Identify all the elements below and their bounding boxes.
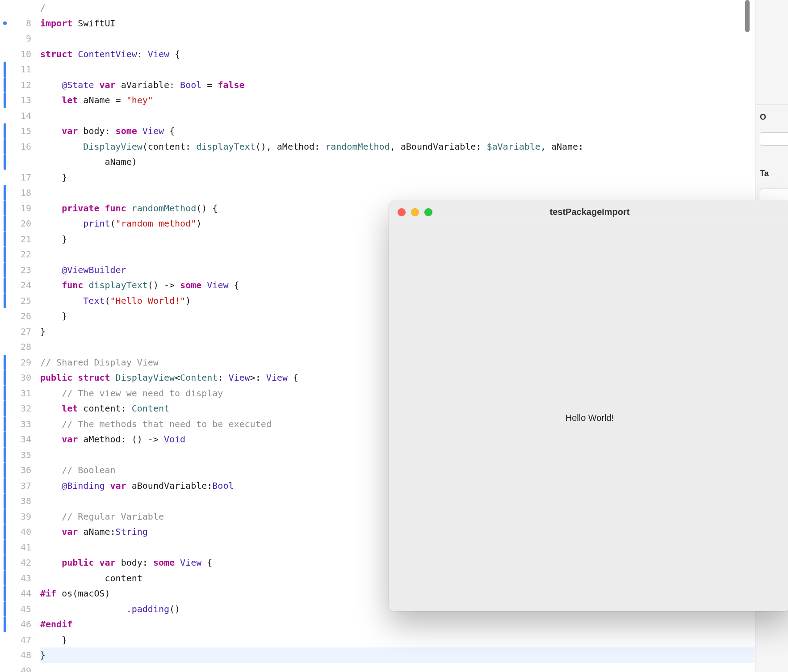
code-token: var (62, 126, 78, 136)
code-token: displayText (88, 280, 147, 290)
code-line[interactable]: } (40, 632, 788, 648)
gutter-row: 19 (0, 201, 36, 216)
code-line[interactable]: DisplayView(content: displayText(), aMet… (40, 139, 788, 155)
code-token: "hey" (126, 95, 153, 105)
gutter-row: 9 (0, 31, 36, 46)
code-line[interactable]: @State var aVariable: Bool = false (40, 77, 788, 93)
code-token (137, 126, 143, 136)
minimize-icon[interactable] (411, 208, 419, 216)
code-token: { (164, 126, 175, 136)
code-token: aBoundVariable: (126, 480, 213, 491)
line-number: 20 (21, 218, 31, 229)
code-line[interactable] (40, 108, 788, 124)
line-number: 26 (21, 311, 31, 321)
code-token: ContentView (78, 49, 137, 59)
code-token: randomMethod (325, 141, 390, 152)
code-token: "Hello World!" (110, 295, 186, 306)
code-token (40, 265, 62, 275)
code-line[interactable] (40, 185, 788, 201)
code-line[interactable] (40, 62, 788, 77)
preview-window[interactable]: testPackageImport Hello World! (389, 200, 788, 611)
code-line[interactable] (40, 31, 788, 46)
inspector-label: O (760, 113, 766, 122)
window-title: testPackageImport (389, 207, 788, 217)
code-token: Text (83, 295, 105, 306)
code-token: import (40, 18, 72, 29)
gutter-row: 15 (0, 123, 36, 139)
gutter-row: 43 (0, 571, 36, 586)
code-token: var (99, 557, 115, 568)
code-token: var (110, 480, 126, 491)
code-token: / (40, 2, 46, 13)
code-token: (), aMethod: (256, 141, 326, 152)
code-token: < (175, 372, 180, 383)
code-token (40, 557, 62, 568)
code-token (40, 403, 62, 414)
code-token: some (153, 557, 175, 568)
line-number: 46 (21, 619, 31, 630)
line-number: 42 (21, 557, 31, 568)
code-line[interactable]: import SwiftUI (40, 16, 788, 31)
code-token: } (40, 650, 46, 660)
gutter-row: 26 (0, 308, 36, 324)
change-bar-icon (4, 493, 6, 509)
line-number: 28 (21, 341, 31, 352)
code-token: SwiftUI (72, 18, 115, 29)
code-line[interactable]: / (40, 0, 788, 16)
code-token: View (143, 126, 164, 136)
code-token (94, 557, 99, 568)
gutter: 8910111213141516171819202122232425262728… (0, 0, 36, 672)
code-token: View (148, 49, 169, 59)
gutter-row: 36 (0, 462, 36, 478)
inspector-field[interactable] (760, 132, 788, 146)
change-bar-icon (4, 123, 6, 139)
code-token (126, 203, 132, 214)
code-token: : (137, 49, 148, 59)
code-line[interactable]: let aName = "hey" (40, 92, 788, 108)
gutter-row: 20 (0, 216, 36, 231)
code-line[interactable]: var body: some View { (40, 123, 788, 139)
zoom-icon[interactable] (424, 208, 432, 216)
change-bar-icon (4, 277, 6, 293)
gutter-row: 10 (0, 46, 36, 62)
change-bar-icon (4, 478, 6, 494)
code-token: "random method" (116, 218, 197, 229)
gutter-row: 28 (0, 339, 36, 355)
code-token: ) (185, 295, 191, 306)
code-token: , aName: (541, 141, 583, 152)
change-bar-icon (4, 386, 6, 401)
line-number: 21 (21, 234, 31, 244)
code-line[interactable]: struct ContentView: View { (40, 46, 788, 62)
change-bar-icon (4, 617, 6, 632)
code-token (40, 465, 62, 475)
code-token: aMethod: () -> (78, 434, 164, 445)
code-token: , aBoundVariable: (390, 141, 487, 152)
code-line[interactable]: } (40, 647, 788, 663)
line-number: 9 (26, 33, 31, 44)
code-line[interactable]: aName) (40, 154, 788, 170)
code-token: some (180, 280, 201, 290)
line-number: 15 (21, 126, 31, 136)
code-token: Bool (212, 480, 234, 491)
code-token: Bool (180, 80, 201, 90)
window-titlebar[interactable]: testPackageImport (389, 200, 788, 224)
code-line[interactable]: } (40, 170, 788, 185)
code-line[interactable] (40, 663, 788, 672)
line-number: 41 (21, 542, 31, 553)
gutter-row: 37 (0, 478, 36, 494)
line-number: 49 (21, 665, 31, 672)
line-number: 10 (21, 49, 31, 59)
close-icon[interactable] (398, 208, 406, 216)
code-token: #if (40, 588, 56, 599)
code-token: content (40, 573, 143, 584)
code-token: aVariable: (116, 80, 180, 90)
gutter-row: 35 (0, 447, 36, 463)
code-token: : (218, 372, 228, 383)
gutter-row: 40 (0, 524, 36, 540)
gutter-row: 39 (0, 509, 36, 525)
code-line[interactable]: #endif (40, 617, 788, 632)
gutter-row: 17 (0, 170, 36, 185)
code-token: os(macOS) (56, 588, 110, 599)
gutter-row: 38 (0, 493, 36, 509)
scrollbar-thumb[interactable] (745, 0, 750, 32)
